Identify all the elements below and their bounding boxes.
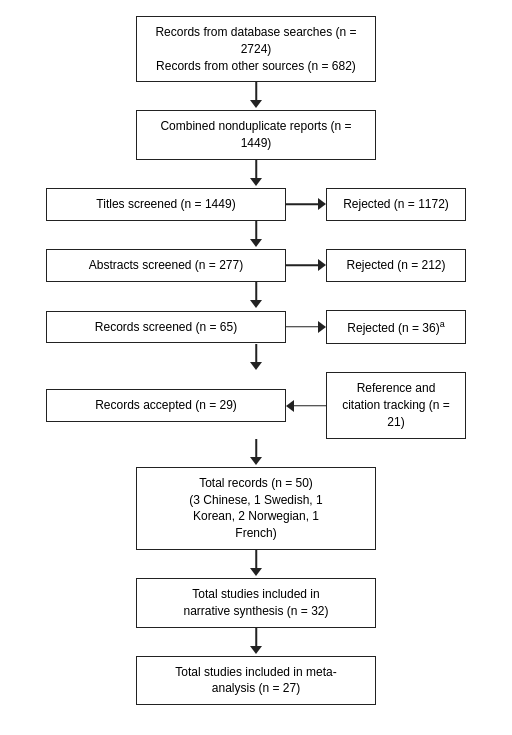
arrow-left-reference (286, 396, 326, 416)
db-searches-text: Records from database searches (n = 2724… (155, 25, 356, 73)
combined-box: Combined nonduplicate reports (n = 1449) (136, 110, 376, 160)
total-narrative-box: Total studies included innarrative synth… (136, 578, 376, 628)
abstracts-screened-box: Abstracts screened (n = 277) (46, 249, 286, 282)
rejected-abstracts-text: Rejected (n = 212) (346, 258, 445, 272)
rejected-titles-text: Rejected (n = 1172) (343, 197, 449, 211)
total-meta-text: Total studies included in meta-analysis … (175, 665, 336, 696)
arrow-5 (136, 344, 376, 372)
arrow-7 (136, 550, 376, 578)
arrow-right-titles (286, 194, 326, 214)
total-records-text: Total records (n = 50)(3 Chinese, 1 Swed… (189, 476, 322, 540)
arrow-4 (136, 282, 376, 310)
total-meta-box: Total studies included in meta-analysis … (136, 656, 376, 706)
total-narrative-text: Total studies included innarrative synth… (183, 587, 328, 618)
rejected-titles-box: Rejected (n = 1172) (326, 188, 466, 221)
records-screened-text: Records screened (n = 65) (95, 320, 237, 334)
arrow-right-records (286, 317, 326, 337)
reference-tracking-text: Reference and citation tracking (n = 21) (342, 381, 450, 429)
reference-tracking-box: Reference and citation tracking (n = 21) (326, 372, 466, 438)
arrow-8 (136, 628, 376, 656)
combined-text: Combined nonduplicate reports (n = 1449) (160, 119, 351, 150)
arrow-2 (136, 160, 376, 188)
rejected-records-box: Rejected (n = 36)a (326, 310, 466, 345)
titles-screened-box: Titles screened (n = 1449) (46, 188, 286, 221)
rejected-abstracts-box: Rejected (n = 212) (326, 249, 466, 282)
flowchart: Records from database searches (n = 2724… (8, 16, 504, 705)
records-screened-box: Records screened (n = 65) (46, 311, 286, 344)
rejected-records-text: Rejected (n = 36)a (347, 321, 444, 335)
db-searches-box: Records from database searches (n = 2724… (136, 16, 376, 82)
arrow-1 (136, 82, 376, 110)
abstracts-screened-text: Abstracts screened (n = 277) (89, 258, 243, 272)
arrow-3 (136, 221, 376, 249)
titles-screened-text: Titles screened (n = 1449) (96, 197, 235, 211)
arrow-6 (136, 439, 376, 467)
total-records-box: Total records (n = 50)(3 Chinese, 1 Swed… (136, 467, 376, 550)
records-accepted-text: Records accepted (n = 29) (95, 398, 237, 412)
records-accepted-box: Records accepted (n = 29) (46, 389, 286, 422)
superscript-a: a (440, 319, 445, 329)
arrow-right-abstracts (286, 255, 326, 275)
